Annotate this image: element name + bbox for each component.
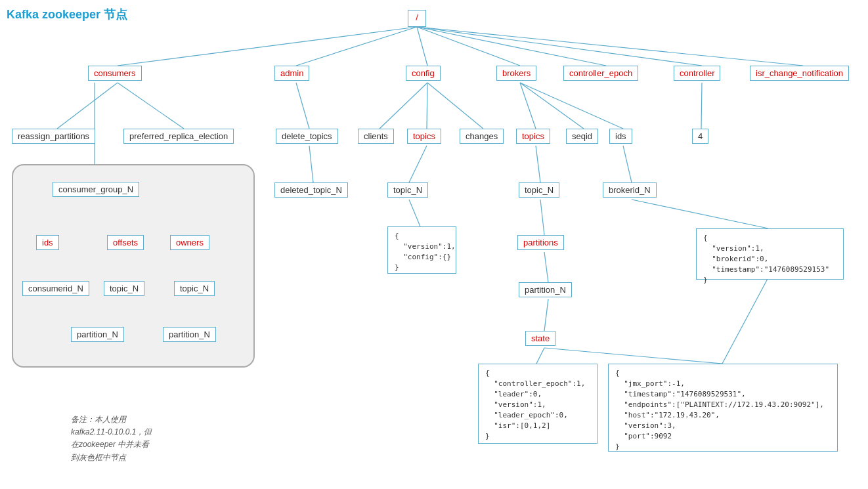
node-consumers: consumers (88, 66, 142, 81)
svg-line-15 (520, 83, 584, 129)
node-offsets-partition-n: partition_N (71, 327, 124, 342)
svg-line-37 (544, 348, 722, 364)
note-text: 备注：本人使用 kafka2.11-0.10.0.1，但 在zookeeper … (71, 414, 152, 464)
node-reassign-partitions: reassign_partitions (12, 129, 95, 144)
svg-line-6 (417, 27, 803, 66)
node-ids: ids (609, 129, 632, 144)
node-isr-change-notification: isr_change_notification (750, 66, 849, 81)
node-delete-topics: delete_topics (276, 129, 338, 144)
svg-line-8 (118, 83, 184, 129)
brokerid-json-text: { "version":1, "brokerid":0, "timestamp"… (703, 233, 836, 286)
svg-line-16 (520, 83, 623, 129)
node-brokers: brokers (496, 66, 536, 81)
node-owners: owners (170, 235, 209, 250)
svg-line-17 (701, 83, 702, 129)
svg-line-21 (623, 146, 632, 182)
svg-line-30 (409, 200, 420, 226)
broker-json-box: { "jmx_port":-1, "timestamp":"1476089529… (608, 364, 838, 452)
node-clients: clients (358, 129, 394, 144)
svg-line-12 (427, 83, 427, 129)
svg-line-3 (417, 27, 520, 66)
node-state: state (525, 331, 555, 346)
node-config: config (406, 66, 441, 81)
node-config-topics: topics (407, 129, 441, 144)
svg-line-5 (417, 27, 702, 66)
svg-line-10 (296, 83, 309, 129)
node-changes: changes (460, 129, 504, 144)
node-partition-n: partition_N (519, 282, 572, 297)
state-json-text: { "controller_epoch":1, "leader":0, "ver… (485, 368, 590, 442)
config-json-text: { "version":1, "config":{} } (395, 231, 449, 273)
node-consumerid-n: consumerid_N (22, 281, 89, 296)
svg-line-35 (632, 200, 768, 228)
svg-line-33 (544, 299, 548, 331)
node-config-topic-n: topic_N (387, 182, 428, 198)
svg-line-1 (296, 27, 417, 66)
svg-line-32 (544, 252, 548, 282)
svg-line-18 (309, 146, 313, 182)
node-offsets-topic-n: topic_N (104, 281, 144, 296)
node-seqid: seqid (566, 129, 598, 144)
svg-line-4 (417, 27, 606, 66)
config-json-box: { "version":1, "config":{} } (387, 226, 456, 274)
node-c-ids: ids (36, 235, 59, 250)
broker-json-text: { "jmx_port":-1, "timestamp":"1476089529… (615, 368, 831, 452)
svg-line-2 (417, 27, 427, 66)
node-controller-epoch: controller_epoch (563, 66, 638, 81)
node-brokers-topic-n: topic_N (519, 182, 559, 198)
svg-line-31 (540, 200, 544, 235)
brokerid-json-box: { "version":1, "brokerid":0, "timestamp"… (696, 228, 844, 280)
node-partitions: partitions (517, 235, 564, 250)
svg-line-0 (118, 27, 417, 66)
node-num4: 4 (692, 129, 708, 144)
state-json-box: { "controller_epoch":1, "leader":0, "ver… (478, 364, 597, 444)
node-consumer-group-n: consumer_group_N (53, 182, 139, 197)
node-brokerid-n: brokerid_N (603, 182, 657, 198)
node-deleted-topic-n: deleted_topic_N (274, 182, 348, 198)
node-admin: admin (274, 66, 309, 81)
page-title: Kafka zookeeper 节点 (7, 7, 127, 22)
node-owners-topic-n: topic_N (174, 281, 215, 296)
svg-line-7 (57, 83, 118, 129)
svg-line-34 (536, 348, 544, 364)
node-preferred-replica-election: preferred_replica_election (123, 129, 234, 144)
svg-line-13 (427, 83, 483, 129)
node-root: / (408, 10, 426, 27)
node-brokers-topics: topics (516, 129, 550, 144)
svg-line-14 (520, 83, 536, 129)
node-offsets: offsets (107, 235, 144, 250)
svg-line-36 (722, 278, 768, 364)
node-owners-partition-n: partition_N (163, 327, 216, 342)
svg-line-19 (409, 146, 427, 182)
svg-line-11 (380, 83, 427, 129)
svg-line-20 (536, 146, 540, 182)
node-controller: controller (674, 66, 720, 81)
